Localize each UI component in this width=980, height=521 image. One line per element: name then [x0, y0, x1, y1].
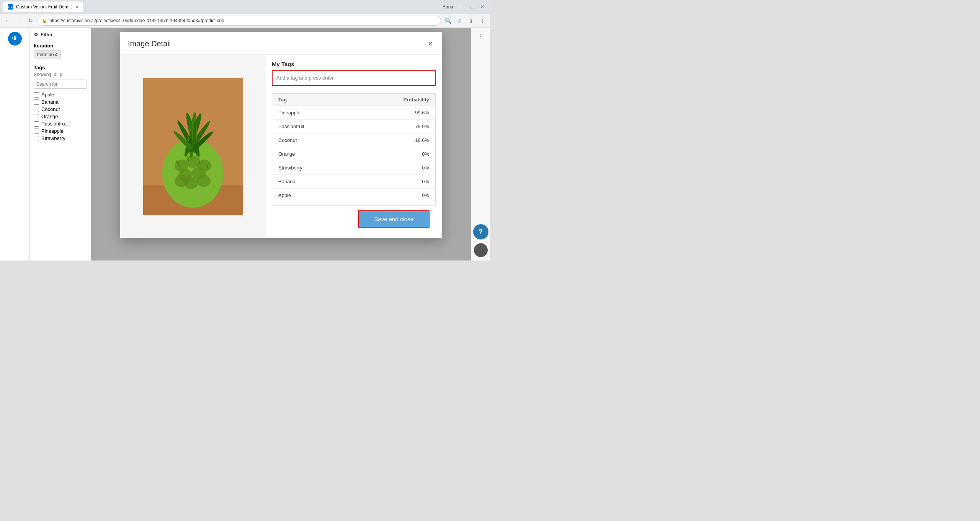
left-panel: ⚙ Filter Iteration Iteration 4 Tags Show…	[30, 28, 91, 260]
main-content: Image Detail ×	[91, 28, 471, 260]
pred-prob-orange: 0%	[391, 151, 429, 157]
tag-item-banana: Banana	[34, 99, 87, 105]
tab-title: Custom Vision: Fruit Dem...	[16, 4, 72, 10]
tags-title: Tags	[34, 65, 87, 70]
filter-section: ⚙ Filter	[34, 32, 87, 37]
chevron-right-button[interactable]: ›	[480, 32, 482, 39]
prediction-row-pineapple: Pineapple 99.6%	[272, 106, 435, 120]
probability-column-header: Probability	[391, 97, 429, 103]
browser-tab[interactable]: CV Custom Vision: Fruit Dem... ✕	[3, 2, 83, 12]
prediction-row-orange: Orange 0%	[272, 147, 435, 161]
tag-label-banana: Banana	[41, 99, 59, 105]
browser-chrome: CV Custom Vision: Fruit Dem... ✕ Anna ─ …	[0, 0, 490, 28]
pred-prob-pineapple: 99.6%	[391, 110, 429, 116]
tag-checkbox-apple[interactable]	[34, 92, 39, 98]
iteration-title: Iteration	[34, 43, 87, 49]
tag-label-strawberry: Strawberry	[41, 135, 65, 141]
pineapple-image	[143, 78, 243, 215]
tag-label-coconut: Coconut	[41, 106, 60, 112]
modal-close-button[interactable]: ×	[426, 38, 434, 50]
user-avatar[interactable]	[474, 243, 488, 257]
tag-column-header: Tag	[278, 97, 391, 103]
pred-tag-strawberry: Strawberry	[278, 165, 391, 171]
forward-button[interactable]: →	[15, 16, 24, 25]
svg-point-9	[197, 175, 211, 187]
prediction-row-passionfruit: Passionfruit 79.9%	[272, 120, 435, 134]
tag-item-passionfruit: Passionfru...	[34, 121, 87, 127]
modal-header: Image Detail ×	[120, 32, 442, 55]
predictions-header: Tag Probability	[272, 94, 435, 106]
help-button[interactable]: ?	[473, 224, 488, 239]
pred-tag-coconut: Coconut	[278, 137, 391, 143]
tag-checkbox-strawberry[interactable]	[34, 136, 39, 141]
tag-item-pineapple: Pineapple	[34, 128, 87, 134]
refresh-button[interactable]: ↻	[26, 16, 35, 25]
my-tags-label: My Tags	[272, 61, 436, 67]
tag-item-strawberry: Strawberry	[34, 135, 87, 141]
tag-label-pineapple: Pineapple	[41, 128, 64, 134]
predictions-body[interactable]: Pineapple 99.6% Passionfruit 79.9% Cocon…	[272, 106, 435, 205]
back-button[interactable]: ←	[3, 16, 12, 25]
prediction-row-strawberry: Strawberry 0%	[272, 161, 435, 175]
save-close-button[interactable]: Save and close	[358, 210, 430, 228]
filter-label: Filter	[41, 32, 53, 37]
right-panel: › ?	[471, 28, 490, 260]
info-icon-btn[interactable]: ℹ	[466, 16, 475, 25]
address-bar[interactable]: 🔒 https://customvision.ai/projects/ec410…	[38, 16, 441, 26]
tab-close-btn[interactable]: ✕	[75, 5, 78, 10]
iteration-section: Iteration Iteration 4	[34, 43, 87, 59]
tag-item-coconut: Coconut	[34, 106, 87, 112]
tag-item-apple: Apple	[34, 92, 87, 98]
prediction-row-coconut: Coconut 18.6%	[272, 134, 435, 147]
pred-prob-strawberry: 0%	[391, 165, 429, 171]
close-window-button[interactable]: ✕	[478, 2, 487, 11]
tag-checkbox-orange[interactable]	[34, 114, 39, 119]
secure-icon: 🔒	[42, 18, 47, 23]
modal-body: My Tags Tag Probability Pin	[120, 55, 442, 238]
tag-checkbox-pineapple[interactable]	[34, 129, 39, 134]
image-detail-modal: Image Detail ×	[120, 32, 442, 238]
tag-checkbox-banana[interactable]	[34, 99, 39, 105]
tags-section: Tags Showing: all p Apple Banana Coconut	[34, 65, 87, 141]
pred-tag-orange: Orange	[278, 151, 391, 157]
modal-footer: Save and close	[272, 205, 436, 232]
title-bar: CV Custom Vision: Fruit Dem... ✕ Anna ─ …	[0, 0, 490, 14]
tags-input-wrapper[interactable]	[272, 70, 436, 86]
search-icon-btn[interactable]: 🔍	[443, 16, 452, 25]
pred-tag-banana: Banana	[278, 179, 391, 184]
tag-input[interactable]	[276, 75, 431, 81]
predictions-table: Tag Probability Pineapple 99.6% Passionf…	[272, 93, 436, 205]
tag-label-passionfruit: Passionfru...	[41, 121, 69, 127]
tab-icon: CV	[8, 4, 13, 10]
image-section	[120, 55, 266, 238]
modal-right-section: My Tags Tag Probability Pin	[266, 55, 442, 238]
my-tags-section: My Tags	[272, 61, 436, 86]
prediction-row-banana: Banana 0%	[272, 175, 435, 189]
logo-icon: 👁	[12, 35, 18, 42]
tags-search-input[interactable]	[34, 80, 87, 89]
nav-bar: ← → ↻ 🔒 https://customvision.ai/projects…	[0, 14, 490, 28]
filter-button[interactable]: ⚙ Filter	[34, 32, 53, 37]
app-logo[interactable]: 👁	[8, 32, 22, 46]
pred-prob-banana: 0%	[391, 179, 429, 184]
prediction-row-apple: Apple 0%	[272, 189, 435, 202]
maximize-button[interactable]: □	[467, 2, 476, 11]
pred-prob-coconut: 18.6%	[391, 137, 429, 143]
pred-prob-apple: 0%	[391, 192, 429, 198]
star-icon-btn[interactable]: ☆	[455, 16, 464, 25]
iteration-selector[interactable]: Iteration 4	[34, 50, 61, 59]
tag-item-orange: Orange	[34, 114, 87, 119]
tag-label-apple: Apple	[41, 92, 54, 98]
sidebar: 👁	[0, 28, 30, 260]
showing-label: Showing: all p	[34, 72, 87, 77]
pred-prob-passionfruit: 79.9%	[391, 124, 429, 129]
menu-icon-btn[interactable]: ⋮	[478, 16, 487, 25]
svg-point-10	[175, 175, 188, 187]
tag-checkbox-coconut[interactable]	[34, 107, 39, 112]
minimize-button[interactable]: ─	[456, 2, 466, 11]
nav-icons: 🔍 ☆ ℹ ⋮	[443, 16, 487, 25]
url-text: https://customvision.ai/projects/ec4105d…	[49, 18, 224, 23]
modal-title: Image Detail	[128, 39, 171, 48]
tag-checkbox-passionfruit[interactable]	[34, 121, 39, 127]
tag-list: Apple Banana Coconut Orange Passionfru..…	[34, 92, 87, 141]
